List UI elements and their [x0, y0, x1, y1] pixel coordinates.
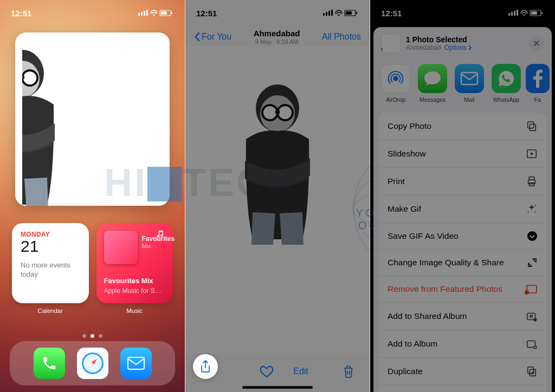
- compress-icon: [527, 257, 538, 268]
- music-subtitle: Apple Music for S…: [104, 287, 166, 295]
- share-app-mail-label: Mail: [464, 96, 474, 103]
- calendar-widget[interactable]: MONDAY 21 No more events today: [12, 223, 89, 303]
- share-app-whatsapp-label: WhatsApp: [493, 96, 519, 103]
- phone-icon: [41, 355, 57, 371]
- messages-icon: [423, 70, 442, 87]
- svg-point-38: [534, 318, 535, 319]
- page-indicator[interactable]: [0, 334, 185, 338]
- play-square-icon: [526, 148, 538, 160]
- calendar-label: Calendar: [12, 308, 89, 314]
- share-icon: [200, 360, 211, 373]
- svg-rect-23: [528, 122, 534, 128]
- airdrop-icon: [385, 68, 406, 89]
- action-print[interactable]: Print: [379, 167, 546, 195]
- status-indicators: [508, 9, 544, 17]
- share-app-mail[interactable]: Mail: [455, 64, 484, 103]
- dock-app-mail[interactable]: [120, 348, 152, 379]
- music-widget[interactable]: Favourites Mix Favourites Mix Apple Musi…: [96, 223, 173, 303]
- share-actions: Copy Photo Slideshow Print Make Gif Save…: [379, 113, 546, 392]
- share-app-messages[interactable]: Messages: [418, 64, 447, 103]
- music-artwork: [104, 231, 138, 264]
- mail-icon: [460, 71, 479, 86]
- featured-photo-widget[interactable]: [15, 32, 170, 206]
- music-label: Music: [96, 308, 173, 314]
- svg-rect-26: [529, 177, 534, 180]
- home-indicator[interactable]: [242, 386, 313, 389]
- action-remove-featured[interactable]: Remove from Featured Photos: [379, 276, 546, 302]
- panel-share-sheet: 12:51 1 Photo Selected Ahmedabad Options: [370, 0, 555, 392]
- svg-point-31: [527, 231, 537, 241]
- photo-image: [207, 71, 348, 337]
- share-app-facebook[interactable]: Fa: [528, 64, 547, 103]
- photo-datetime: 9 May · 9:18 AM: [254, 38, 300, 45]
- svg-rect-18: [128, 357, 144, 369]
- calendar-events: No more events today: [21, 261, 80, 279]
- share-app-facebook-label: Fa: [534, 96, 541, 103]
- music-tile-sub: Mix: [142, 243, 151, 249]
- share-sheet: 1 Photo Selected Ahmedabad Options AirDr…: [373, 27, 552, 392]
- share-button[interactable]: [193, 354, 218, 379]
- music-title: Favourites Mix: [104, 277, 166, 285]
- photo-nav: For You Ahmedabad 9 May · 9:18 AM All Ph…: [185, 24, 370, 50]
- svg-rect-34: [526, 292, 528, 293]
- status-indicators: [323, 9, 359, 17]
- sparkle-icon: [526, 203, 538, 215]
- close-button[interactable]: [529, 36, 544, 51]
- status-bar: 12:51: [185, 6, 370, 19]
- duplicate-icon: [526, 365, 538, 377]
- dock-app-phone[interactable]: [34, 348, 65, 379]
- favorite-button[interactable]: [260, 365, 274, 378]
- share-app-airdrop[interactable]: AirDrop: [381, 64, 410, 103]
- status-indicators: [138, 9, 174, 17]
- trash-button[interactable]: [343, 365, 354, 378]
- whatsapp-icon: [497, 69, 515, 88]
- status-bar: 12:51: [370, 6, 555, 19]
- dock: [10, 341, 175, 386]
- share-app-whatsapp[interactable]: WhatsApp: [492, 64, 521, 103]
- share-app-messages-label: Messages: [420, 96, 446, 103]
- all-photos-button[interactable]: All Photos: [322, 32, 361, 42]
- svg-point-36: [530, 315, 532, 317]
- action-slideshow[interactable]: Slideshow: [379, 140, 546, 167]
- action-change-quality[interactable]: Change Image Quality & Share: [379, 249, 546, 276]
- svg-rect-21: [461, 73, 477, 84]
- share-apps-row[interactable]: AirDrop Messages Mail WhatsApp Fa: [373, 61, 552, 107]
- status-time: 12:51: [381, 9, 402, 18]
- svg-rect-27: [529, 183, 534, 186]
- back-button[interactable]: For You: [194, 32, 231, 42]
- action-copy-photo[interactable]: Copy Photo: [379, 113, 546, 140]
- photo-canvas[interactable]: [185, 47, 370, 353]
- remove-rect-icon: [525, 284, 538, 295]
- svg-rect-22: [530, 124, 535, 130]
- status-time: 12:51: [196, 9, 217, 18]
- svg-point-30: [534, 211, 535, 212]
- action-add-album[interactable]: Add to Album: [379, 330, 546, 357]
- status-bar: 12:51: [0, 6, 185, 19]
- edit-button[interactable]: Edit: [293, 367, 308, 376]
- copy-icon: [526, 120, 538, 132]
- facebook-icon: [532, 69, 544, 88]
- action-duplicate[interactable]: Duplicate: [379, 357, 546, 385]
- panel-homescreen: 12:51 MONDAY 21 No more events today Fav…: [0, 0, 185, 392]
- chevron-left-icon: [194, 32, 201, 42]
- share-options-button[interactable]: Options: [444, 44, 472, 51]
- close-icon: [533, 40, 540, 47]
- share-thumbnail: [381, 34, 401, 53]
- music-note-icon: [157, 231, 164, 239]
- share-location: Ahmedabad: [406, 44, 441, 51]
- status-time: 12:51: [11, 9, 31, 18]
- printer-icon: [526, 175, 538, 187]
- calendar-day: 21: [21, 237, 80, 256]
- action-save-gif-video[interactable]: Save GIF As Video: [379, 223, 546, 249]
- svg-point-28: [534, 205, 535, 206]
- svg-point-29: [527, 211, 528, 212]
- action-add-shared-album[interactable]: Add to Shared Album: [379, 302, 546, 330]
- album-plus-icon: [526, 338, 538, 350]
- back-label: For You: [202, 32, 231, 42]
- action-make-gif[interactable]: Make Gif: [379, 195, 546, 223]
- photo-location: Ahmedabad: [254, 29, 300, 38]
- action-hide[interactable]: Hide: [379, 385, 546, 392]
- share-header: 1 Photo Selected Ahmedabad Options: [373, 27, 552, 61]
- panel-photo-detail: 12:51 For You Ahmedabad 9 May · 9:18 AM …: [185, 0, 370, 392]
- dock-app-safari[interactable]: [77, 348, 108, 379]
